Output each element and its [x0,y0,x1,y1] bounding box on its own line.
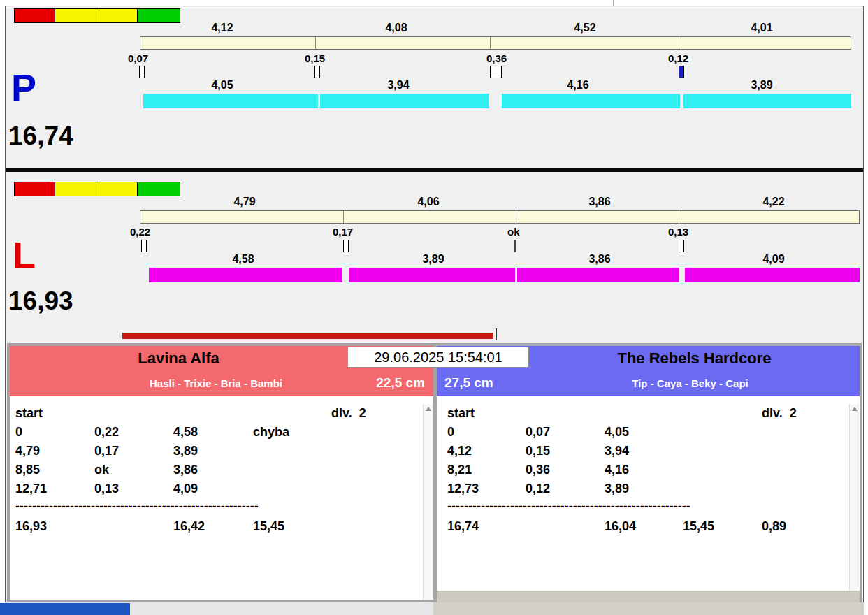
result-cell: 4,16 [605,463,629,477]
result-cell: 0,22 [94,425,119,440]
result-cell: 4,09 [173,482,198,496]
scroll-up-icon[interactable] [852,407,858,411]
timeline-tick [315,37,316,49]
run-bar-segment [349,268,515,282]
start-light-red [14,182,55,196]
right-team-name: The Rebels Hardcore [529,349,860,368]
lane-total-time: 16,74 [8,123,73,149]
result-cell: 0,12 [526,482,550,496]
result-cell: 0 [15,425,22,440]
lane-l-timeline-bar [140,210,860,224]
dog-time-label: 3,86 [572,253,628,266]
change-time-label: 0,12 [668,52,703,64]
split-time-label: 4,06 [400,196,456,208]
result-cell: 12,71 [15,482,47,496]
run-bar-segment [502,94,680,108]
run-bar-segment [517,268,679,282]
split-time-label: 4,52 [557,22,613,34]
timeline-tick [516,211,516,223]
total-time-cell: 16,42 [173,519,205,534]
result-cell: 0,36 [526,463,550,477]
total-time-cell: 0,89 [762,519,786,534]
result-cell: 3,94 [605,444,629,458]
dog-time-label: 4,16 [550,79,606,92]
lane-total-time: 16,93 [8,288,73,314]
flyball-timing-screen: 4,12 4,08 4,52 4,01 0,07 0,15 0,36 0,12 … [0,0,868,615]
total-time-cell: 16,93 [15,519,47,534]
split-time-label: 4,08 [368,22,424,34]
change-marker [139,66,145,78]
run-bar-segment [683,94,851,108]
top-strip-divider [613,0,614,6]
start-light-yellow-2 [96,182,138,196]
division-label: div. 2 [331,406,366,421]
change-marker [343,240,349,252]
change-time-label: 0,07 [128,52,163,64]
separator-line: ----------------------------------------… [447,499,699,514]
dog-time-label: 3,89 [734,79,790,92]
dog-time-label: 4,09 [746,253,802,266]
dog-time-label: 3,89 [405,253,461,266]
result-cell: 4,12 [447,444,472,458]
right-jump-height: 27,5 cm [444,375,528,391]
split-time-label: 4,01 [734,22,790,34]
division-label: div. 2 [762,406,797,421]
datetime-display: 29.06.2025 15:54:01 [347,347,529,368]
bottom-progress-bar [0,603,130,615]
start-label: start [447,406,475,421]
result-cell: 0,15 [526,444,550,458]
start-light-yellow-1 [55,8,96,23]
heat-progress-bar [122,333,493,339]
total-time-cell: 15,45 [253,519,284,534]
result-cell: 4,79 [15,444,40,458]
result-cell: 0,07 [526,425,550,440]
change-marker [314,66,320,78]
run-bar-segment [320,94,489,108]
dog-time-label: 4,05 [194,79,250,92]
change-time-label: 0,17 [333,226,368,238]
result-cell: 8,21 [447,463,472,477]
result-cell: 3,89 [173,444,198,458]
change-time-label: 0,15 [305,52,340,64]
dog-time-label: 3,94 [370,79,426,92]
right-panel-scrollbar[interactable] [849,404,860,591]
start-label: start [15,406,43,421]
scroll-up-icon[interactable] [426,407,431,411]
result-cell: 0,13 [94,482,119,496]
timeline-tick [679,37,679,49]
result-cell: 3,86 [173,463,198,477]
start-light-green [137,8,180,23]
total-time-cell: 15,45 [683,519,714,534]
separator-line: ----------------------------------------… [15,499,316,514]
split-time-label: 4,12 [194,22,250,34]
result-cell-fault: chyba [253,425,289,440]
start-light-green [137,182,180,196]
timeline-tick [679,211,679,223]
run-bar-segment [685,268,860,282]
change-marker-filled [679,66,684,78]
change-time-label: ok [507,226,542,238]
dog-time-label: 4,58 [215,253,271,266]
change-time-label: 0,22 [130,226,165,238]
result-cell: 8,85 [15,463,40,477]
result-cell: 4,58 [173,425,198,440]
start-light-red [14,8,55,23]
total-time-cell: 16,04 [605,519,636,534]
left-panel-scrollbar[interactable] [423,404,433,600]
heat-progress-end-tick [496,328,497,340]
lane-divider [6,168,863,172]
result-cell: ok [94,463,109,477]
split-time-label: 4,22 [746,196,802,208]
top-window-strip [0,0,868,6]
change-time-label: 0,13 [668,226,703,238]
change-marker [141,240,147,252]
run-bar-segment [143,94,318,108]
change-marker-ok-tick [514,240,516,252]
right-panel-under-area [437,591,860,602]
run-bar-segment [149,268,342,282]
change-time-label: 0,36 [486,52,521,64]
result-cell: 12,73 [447,482,479,496]
result-cell: 0,17 [94,444,119,458]
right-team-members: Tip - Caya - Beky - Capi [521,377,860,389]
total-time-cell: 16,74 [447,519,479,534]
